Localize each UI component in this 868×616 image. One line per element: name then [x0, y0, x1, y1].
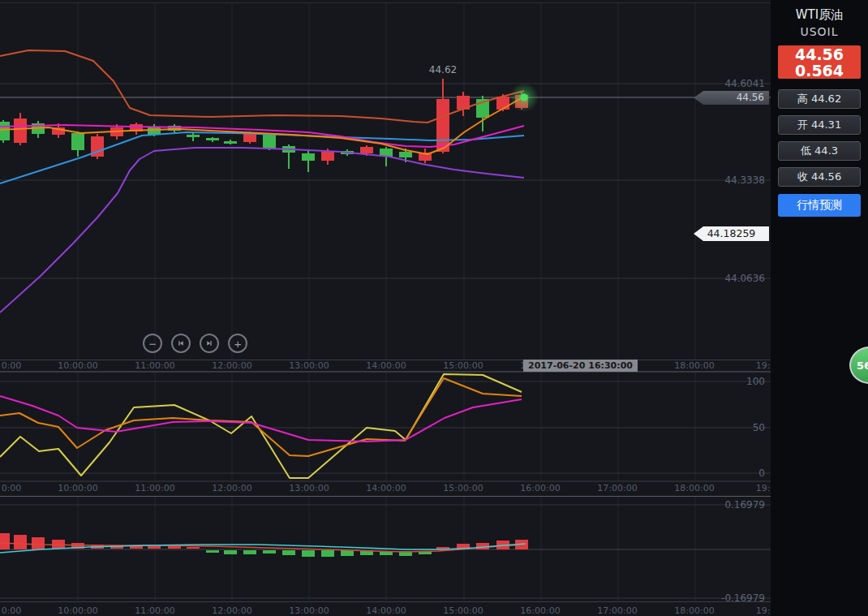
- time-tick: 13:00:00: [289, 483, 329, 493]
- time-tick: 13:00:00: [289, 360, 329, 371]
- time-tick: 18:00:00: [674, 605, 714, 616]
- stat-open: 开 44.31: [778, 115, 861, 135]
- stat-close: 收 44.56: [778, 167, 861, 187]
- time-tick: 18:00:00: [674, 483, 714, 493]
- time-tick: 16:00:00: [520, 483, 560, 493]
- time-tick: 0:00: [2, 360, 22, 371]
- crosshair-timestamp: 2017-06-20 16:30:00: [523, 360, 638, 372]
- plus-icon: +: [234, 337, 242, 351]
- price-change-box: 44.56 0.564: [778, 45, 861, 79]
- candle-body: [224, 141, 237, 144]
- instrument-symbol: USOIL: [800, 25, 838, 38]
- chart-area[interactable]: 0:0010:00:0011:00:0012:00:0013:00:0014:0…: [0, 0, 771, 616]
- time-tick: 0:00: [2, 483, 22, 493]
- zoom-in-button[interactable]: +: [228, 334, 247, 353]
- chart-toolbar: − +: [143, 334, 247, 353]
- price-change: 0.564: [795, 62, 844, 79]
- candle-body: [206, 138, 219, 140]
- macd-time-axis: 0:0010:00:0011:00:0012:00:0013:00:0014:0…: [0, 605, 771, 616]
- macd-bar: [282, 550, 295, 555]
- candle-body: [399, 152, 412, 157]
- instrument-title: WTI原油: [796, 7, 843, 23]
- last-price-dot: [521, 94, 528, 101]
- time-tick: 17:00:00: [597, 605, 637, 616]
- time-tick: 13:00:00: [289, 605, 329, 616]
- time-tick: 14:00:00: [366, 483, 406, 493]
- time-tick: 19:0: [756, 483, 771, 493]
- time-tick: 10:00:00: [58, 605, 97, 616]
- bubble-count: 56: [857, 360, 868, 372]
- time-tick: 10:00:00: [58, 483, 97, 493]
- quote-sidebar: WTI原油 USOIL 44.56 0.564 高 44.62 开 44.31 …: [771, 0, 868, 616]
- trading-app: 0:0010:00:0011:00:0012:00:0013:00:0014:0…: [0, 0, 868, 616]
- macd-bar: [32, 537, 45, 549]
- time-tick: 0:00: [2, 605, 22, 616]
- candle-body: [263, 135, 276, 149]
- skip-start-icon: [178, 338, 184, 348]
- main-time-axis: 0:0010:00:0011:00:0012:00:0013:00:0014:0…: [0, 360, 771, 372]
- macd-bar: [168, 546, 181, 549]
- macd-bar: [14, 535, 27, 549]
- macd-bar: [341, 550, 354, 556]
- time-tick: 14:00:00: [366, 605, 406, 616]
- skip-to-end-button[interactable]: [200, 334, 219, 353]
- kdj-time-axis: 0:0010:00:0011:00:0012:00:0013:00:0014:0…: [0, 483, 771, 494]
- time-tick: 11:00:00: [135, 360, 174, 371]
- macd-bar: [187, 547, 200, 549]
- stat-low: 低 44.3: [778, 141, 861, 161]
- skip-to-start-button[interactable]: [171, 334, 191, 353]
- time-tick: 14:00:00: [366, 360, 406, 371]
- minus-icon: −: [149, 337, 157, 351]
- candle-body: [187, 135, 200, 137]
- time-tick: 12:00:00: [212, 483, 251, 493]
- time-tick: 11:00:00: [135, 605, 174, 616]
- stat-high: 高 44.62: [778, 89, 861, 109]
- macd-bar: [148, 546, 161, 549]
- macd-bar: [0, 533, 10, 549]
- macd-bar: [224, 550, 237, 554]
- candle-body: [302, 153, 315, 161]
- candle-body: [14, 118, 27, 143]
- current-price-tag: 44.56: [694, 91, 769, 105]
- time-tick: 18:00:00: [674, 360, 714, 371]
- candle-high-label: 44.62: [429, 64, 457, 75]
- macd-bar: [243, 550, 256, 554]
- forecast-button[interactable]: 行情预测: [778, 194, 861, 217]
- candle-body: [0, 122, 10, 140]
- time-tick: 16:00:00: [520, 605, 560, 616]
- time-tick: 11:00:00: [135, 483, 174, 493]
- macd-bar: [206, 550, 219, 553]
- candle-body: [360, 147, 373, 153]
- time-tick: 15:00:00: [443, 605, 483, 616]
- macd-bar: [263, 550, 276, 554]
- macd-bar: [321, 550, 334, 557]
- chart-canvas[interactable]: [0, 0, 771, 616]
- time-tick: 19:0: [756, 360, 771, 371]
- zoom-out-button[interactable]: −: [143, 334, 162, 353]
- skip-end-icon: [206, 338, 213, 348]
- macd-bar: [302, 550, 315, 557]
- time-tick: 19:0: [756, 605, 771, 616]
- candle-body: [496, 97, 509, 110]
- candle-body: [321, 152, 334, 161]
- time-tick: 12:00:00: [212, 360, 251, 371]
- price-level-tag: 44.18259: [694, 226, 769, 241]
- time-tick: 10:00:00: [58, 360, 97, 371]
- time-tick: 15:00:00: [443, 360, 483, 371]
- time-tick: 15:00:00: [443, 483, 483, 493]
- last-price: 44.56: [795, 46, 844, 62]
- candle-body: [71, 133, 84, 150]
- indicator-line-lower-band: [0, 148, 524, 312]
- time-tick: 12:00:00: [212, 605, 251, 616]
- candle-body: [436, 99, 449, 152]
- time-tick: 17:00:00: [597, 483, 637, 493]
